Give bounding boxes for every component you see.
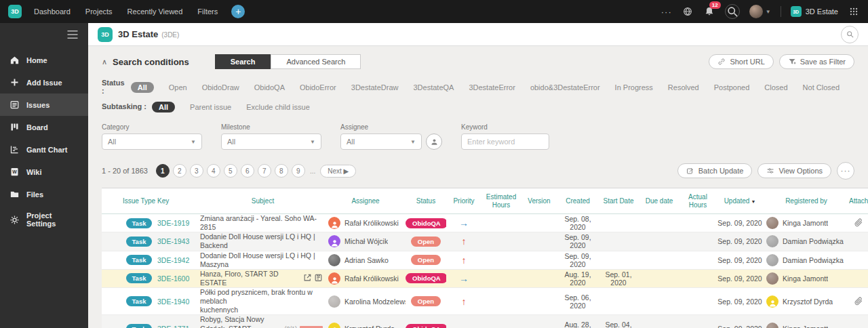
- table-row[interactable]: Task 3DE-1942 Dodanie Doll House wersji …: [102, 251, 868, 270]
- col-start-date[interactable]: Start Date: [598, 197, 639, 205]
- assign-to-me-button[interactable]: [426, 134, 442, 150]
- project-search-button[interactable]: [841, 26, 859, 43]
- save-as-filter-button[interactable]: Save as Filter: [779, 54, 854, 69]
- filter-option-parent-issue[interactable]: Parent issue: [190, 103, 231, 111]
- col-version[interactable]: Version: [521, 197, 557, 205]
- more-icon[interactable]: ···: [661, 7, 672, 17]
- page-button-5[interactable]: 5: [224, 164, 237, 178]
- page-button-3[interactable]: 3: [190, 164, 203, 178]
- col-estimated-hours[interactable]: Estimated Hours: [481, 193, 521, 209]
- col-registered-by[interactable]: Registered by: [764, 197, 849, 205]
- attachment-paperclip-icon[interactable]: [854, 220, 863, 228]
- sidebar-item-add-issue[interactable]: Add Issue: [0, 71, 88, 94]
- assignee-select[interactable]: All ▼: [340, 134, 422, 150]
- tab-advanced-search[interactable]: Advanced Search: [271, 54, 361, 69]
- nav-dashboard[interactable]: Dashboard: [34, 7, 71, 16]
- workspace-switcher[interactable]: 3D 3D Estate: [791, 6, 838, 17]
- view-options-button[interactable]: View Options: [757, 163, 831, 178]
- apps-grid-icon[interactable]: [848, 5, 860, 18]
- issue-key-link[interactable]: 3DE-1942: [157, 256, 189, 264]
- filter-option-3destatedraw[interactable]: 3DestateDraw: [351, 83, 399, 91]
- issue-key-link[interactable]: 3DE-1771: [157, 325, 189, 328]
- page-button-2[interactable]: 2: [173, 164, 186, 178]
- sidebar-collapse-button[interactable]: [0, 23, 88, 49]
- table-row[interactable]: Task 3DE-1600 Hanza, Floro, START 3D EST…: [102, 270, 868, 288]
- filter-option-open[interactable]: Open: [169, 83, 187, 91]
- external-link-icon[interactable]: [303, 273, 312, 283]
- issue-subject[interactable]: Półki pod prysznicem, brak frontu w mebl…: [200, 288, 323, 314]
- notifications-bell-icon[interactable]: 12: [703, 5, 715, 18]
- batch-update-button[interactable]: Batch Update: [677, 163, 753, 178]
- sidebar-item-project-settings[interactable]: Project Settings: [0, 205, 88, 234]
- global-search-icon[interactable]: [725, 4, 740, 19]
- col-issue-type[interactable]: Issue Type: [121, 197, 157, 205]
- table-row[interactable]: Task 3DE-1940 Półki pod prysznicem, brak…: [102, 288, 868, 315]
- sidebar-item-board[interactable]: Board: [0, 116, 88, 138]
- filter-option-postponed[interactable]: Postponed: [714, 83, 750, 91]
- filter-option-resolved[interactable]: Resolved: [668, 83, 699, 91]
- col-key[interactable]: Key: [157, 197, 200, 205]
- filter-option-obidoerror[interactable]: ObidoError: [300, 83, 336, 91]
- col-priority[interactable]: Priority: [446, 197, 481, 205]
- table-row[interactable]: Task 3DE-1943 Dodanie Doll House wersji …: [102, 232, 868, 251]
- sidebar-item-gantt-chart[interactable]: Gantt Chart: [0, 138, 88, 161]
- filter-option-obidodraw[interactable]: ObidoDraw: [202, 83, 239, 91]
- col-updated[interactable]: Updated▼: [716, 197, 764, 205]
- col-status[interactable]: Status: [406, 197, 446, 205]
- nav-filters[interactable]: Filters: [197, 7, 218, 16]
- table-row[interactable]: ▶ Task 3DE-1771 Robyg, Stacja Nowy Gdańs…: [102, 315, 868, 328]
- col-assignee[interactable]: Assignee: [326, 197, 406, 205]
- tab-search[interactable]: Search: [215, 54, 271, 69]
- help-icon[interactable]: [682, 5, 694, 18]
- short-url-button[interactable]: Short URL: [709, 54, 773, 69]
- nav-projects[interactable]: Projects: [85, 7, 113, 16]
- issue-key-link[interactable]: 3DE-1943: [157, 237, 189, 245]
- collapse-chevron-icon[interactable]: ∧: [102, 58, 107, 66]
- sidebar-item-wiki[interactable]: WWiki: [0, 161, 88, 183]
- col-due-date[interactable]: Due date: [639, 197, 679, 205]
- page-button-8[interactable]: 8: [275, 164, 288, 178]
- col-subject[interactable]: Subject: [200, 197, 326, 205]
- issue-subject[interactable]: Robyg, Stacja Nowy Gdańsk, START3D ESTAT…: [200, 315, 280, 328]
- filter-option-3destateqa[interactable]: 3DestateQA: [413, 83, 454, 91]
- page-button-9[interactable]: 9: [292, 164, 305, 178]
- attachment-paperclip-icon[interactable]: [854, 299, 863, 307]
- filter-option-closed[interactable]: Closed: [764, 83, 787, 91]
- issue-subject[interactable]: Dodanie Doll House wersji LQ i HQ | Back…: [200, 232, 323, 250]
- filter-option-all[interactable]: All: [152, 102, 175, 112]
- issue-subject[interactable]: Dodanie Doll House wersji LQ i HQ | Masz…: [200, 251, 323, 269]
- issue-key-link[interactable]: 3DE-1940: [157, 298, 189, 306]
- col-actual-hours[interactable]: Actual Hours: [679, 193, 716, 209]
- page-button-4[interactable]: 4: [207, 164, 220, 178]
- user-menu[interactable]: ▼: [749, 5, 771, 18]
- page-button-6[interactable]: 6: [241, 164, 254, 178]
- filter-option-obido-3destateerror[interactable]: obido&3DestateError: [530, 83, 600, 91]
- milestone-select[interactable]: All ▼: [221, 134, 321, 150]
- page-button-7[interactable]: 7: [258, 164, 271, 178]
- filter-option-exclude-child-issue[interactable]: Exclude child issue: [246, 103, 310, 111]
- more-actions-button[interactable]: ···: [837, 162, 854, 180]
- global-add-button[interactable]: +: [231, 5, 245, 18]
- keyword-input[interactable]: [461, 134, 549, 150]
- nav-recently-viewed[interactable]: Recently Viewed: [127, 7, 183, 16]
- filter-option-3destateerror[interactable]: 3DestateError: [469, 83, 515, 91]
- filter-option-all[interactable]: All: [131, 82, 154, 93]
- issue-key-link[interactable]: 3DE-1919: [157, 219, 189, 227]
- app-logo[interactable]: 3D: [8, 5, 22, 18]
- clipboard-icon[interactable]: [314, 273, 323, 283]
- sidebar-item-issues[interactable]: Issues: [0, 94, 88, 116]
- issue-subject[interactable]: Hanza, Floro, START 3D ESTATE: [200, 270, 299, 287]
- sidebar-item-files[interactable]: Files: [0, 183, 88, 205]
- filter-option-obidoqa[interactable]: ObidoQA: [254, 83, 285, 91]
- col-created[interactable]: Created: [557, 197, 598, 205]
- filter-option-in-progress[interactable]: In Progress: [615, 83, 653, 91]
- issue-key-link[interactable]: 3DE-1600: [157, 274, 189, 283]
- category-select[interactable]: All ▼: [102, 134, 202, 150]
- filter-option-not-closed[interactable]: Not Closed: [803, 83, 840, 91]
- col-attachment[interactable]: Attachment: [849, 197, 868, 205]
- page-button-1[interactable]: 1: [156, 164, 170, 178]
- table-row[interactable]: Task 3DE-1919 Zmiana aranżacji - Yareal.…: [102, 214, 868, 232]
- issue-subject[interactable]: Zmiana aranżacji - Yareal. Soho WA-2815: [200, 214, 323, 232]
- next-page-button[interactable]: Next ▶: [320, 165, 356, 178]
- sidebar-item-home[interactable]: Home: [0, 49, 88, 71]
